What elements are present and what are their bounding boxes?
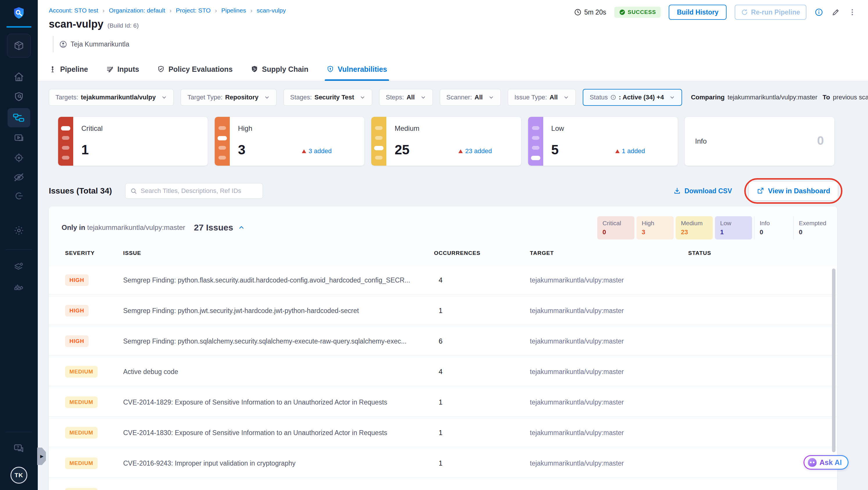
- filter-scanner[interactable]: Scanner:All: [440, 89, 501, 106]
- low-strip: [528, 117, 543, 166]
- sidebar-item-settings[interactable]: [0, 225, 38, 236]
- chevron-down-icon: [360, 94, 366, 100]
- target-value: tejakummarikuntla/vulpy:master: [530, 337, 688, 345]
- breadcrumb-account[interactable]: Account: STO test: [49, 7, 98, 14]
- severity-card-high[interactable]: High 3 3 added: [215, 117, 364, 166]
- issue-title: Semgrep Finding: python.flask.security.a…: [123, 276, 434, 284]
- sidebar-item-org-settings[interactable]: [0, 281, 38, 293]
- sidebar-item-help[interactable]: ?: [0, 443, 38, 455]
- filter-stages[interactable]: Stages:Security Test: [283, 89, 372, 106]
- sidebar-item-default-settings[interactable]: [0, 261, 38, 272]
- table-row[interactable]: HIGH Semgrep Finding: python.jwt.securit…: [49, 297, 837, 325]
- issue-title: Semgrep Finding: python.jwt.security.jwt…: [123, 307, 434, 315]
- layers-gear-icon: [13, 261, 24, 272]
- col-severity: SEVERITY: [65, 250, 123, 256]
- sidebar-item-tickets[interactable]: [0, 191, 38, 201]
- user-avatar[interactable]: TK: [10, 467, 27, 484]
- sto-logo-icon[interactable]: [0, 6, 38, 20]
- sidebar-item-scans[interactable]: [0, 91, 38, 102]
- table-row[interactable]: MEDIUM CVE-2016-9243: Improper input val…: [49, 449, 837, 477]
- occurrences-value: 4: [434, 368, 530, 376]
- filter-steps[interactable]: Steps:All: [379, 89, 433, 106]
- breadcrumb-org[interactable]: Organization: default: [109, 7, 165, 14]
- tab-supply-chain[interactable]: Supply Chain: [251, 58, 309, 81]
- filter-targets[interactable]: Targets:tejakummarikuntla/vulpy: [49, 89, 174, 106]
- group-header[interactable]: Only in tejakummarikuntla/vulpy:master 2…: [62, 223, 245, 233]
- breadcrumb-pipeline-name[interactable]: scan-vulpy: [257, 7, 286, 14]
- breadcrumb-pipelines[interactable]: Pipelines: [221, 7, 246, 14]
- target-value: tejakummarikuntla/vulpy:master: [530, 276, 688, 284]
- col-target: TARGET: [530, 250, 688, 256]
- check-circle-icon: [619, 9, 625, 16]
- severity-summary-cards: Critical 1 High 3 3 added Medium 25 23 a…: [58, 117, 834, 166]
- table-row[interactable]: MEDIUM CVE-2014-1829: Exposure of Sensit…: [49, 388, 837, 416]
- ask-ai-button[interactable]: Ask AI: [804, 455, 848, 470]
- breadcrumb-separator: ›: [169, 7, 172, 14]
- user-icon: [59, 40, 67, 48]
- table-row[interactable]: HIGH Semgrep Finding: python.flask.secur…: [49, 266, 837, 294]
- issues-search[interactable]: [125, 183, 263, 199]
- tab-inputs[interactable]: Inputs: [106, 58, 139, 81]
- gear-icon: [13, 225, 24, 236]
- issues-table-body: HIGH Semgrep Finding: python.flask.secur…: [49, 266, 837, 490]
- sidebar-item-executions[interactable]: [0, 132, 38, 144]
- build-history-button[interactable]: Build History: [669, 5, 726, 20]
- chevron-right-icon: ▶: [40, 454, 43, 459]
- view-in-dashboard-button[interactable]: View in Dashboard: [749, 182, 838, 200]
- issue-title: Active debug code: [123, 368, 434, 376]
- issue-title: Semgrep Finding: python.sqlalchemy.secur…: [123, 337, 434, 345]
- search-icon: [130, 187, 137, 194]
- target-value: tejakummarikuntla/vulpy:master: [530, 368, 688, 376]
- chevron-up-icon[interactable]: [238, 224, 245, 231]
- severity-card-info[interactable]: Info 0: [685, 117, 834, 166]
- sidebar-item-targets[interactable]: [0, 152, 38, 163]
- issues-panel: Only in tejakummarikuntla/vulpy:master 2…: [49, 206, 837, 490]
- occurrences-value: 1: [434, 459, 530, 467]
- power-icon: [14, 191, 24, 201]
- chip-low: Low1: [715, 216, 752, 240]
- card-label: High: [238, 124, 252, 132]
- module-selector-button[interactable]: [7, 34, 31, 58]
- rerun-pipeline-button[interactable]: Re-run Pipeline: [735, 5, 806, 20]
- table-row[interactable]: MEDIUM Active debug code 4 tejakummariku…: [49, 358, 837, 386]
- target-value: tejakummarikuntla/vulpy:master: [530, 307, 688, 315]
- card-delta: 3 added: [302, 147, 332, 155]
- card-count: 5: [551, 142, 559, 157]
- edit-pipeline-icon[interactable]: [831, 8, 840, 17]
- more-options-icon[interactable]: [848, 8, 857, 16]
- pipeline-tab-icon: [49, 65, 56, 73]
- svg-text:?: ?: [17, 445, 19, 450]
- pipelines-icon: [13, 113, 25, 123]
- issues-toolbar: Issues (Total 34) Download CSV View in D…: [49, 181, 838, 201]
- severity-card-medium[interactable]: Medium 25 23 added: [371, 117, 521, 166]
- card-delta: 1 added: [615, 147, 645, 155]
- tab-vulnerabilities[interactable]: Vulnerabilities: [327, 58, 387, 81]
- search-input[interactable]: [141, 187, 258, 195]
- sidebar-item-exemptions[interactable]: [0, 172, 38, 183]
- card-label: Low: [551, 124, 564, 132]
- triangle-up-icon: [458, 149, 463, 153]
- info-icon[interactable]: [814, 8, 823, 17]
- tab-policy-evaluations[interactable]: Policy Evaluations: [157, 58, 233, 81]
- build-id-label: (Build Id: 6): [107, 22, 138, 29]
- tab-pipeline[interactable]: Pipeline: [49, 58, 88, 81]
- table-row[interactable]: HIGH Semgrep Finding: python.sqlalchemy.…: [49, 327, 837, 355]
- sidebar-item-home[interactable]: [0, 71, 38, 83]
- filter-issue-type[interactable]: Issue Type:All: [508, 89, 576, 106]
- download-csv-button[interactable]: Download CSV: [673, 187, 732, 195]
- sidebar-item-pipelines[interactable]: [7, 108, 30, 127]
- critical-strip: [58, 117, 73, 166]
- filter-status[interactable]: Status : Active (34) +4: [583, 89, 682, 106]
- run-actions: 5m 20s SUCCESS Build History Re-run Pipe…: [574, 5, 857, 20]
- vertical-scrollbar[interactable]: [832, 269, 835, 452]
- severity-card-low[interactable]: Low 5 1 added: [528, 117, 678, 166]
- breadcrumb-project[interactable]: Project: STO: [176, 7, 211, 14]
- card-count: 1: [81, 142, 89, 157]
- chip-exempted: Exempted0: [793, 216, 831, 240]
- table-row-partial[interactable]: MEDIUM: [49, 480, 837, 490]
- filters-row: Targets:tejakummarikuntla/vulpy Target T…: [49, 89, 868, 106]
- filter-target-type[interactable]: Target Type:Repository: [181, 89, 277, 106]
- chip-critical: Critical0: [597, 216, 634, 240]
- table-row[interactable]: MEDIUM CVE-2014-1830: Exposure of Sensit…: [49, 419, 837, 447]
- severity-card-critical[interactable]: Critical 1: [58, 117, 208, 166]
